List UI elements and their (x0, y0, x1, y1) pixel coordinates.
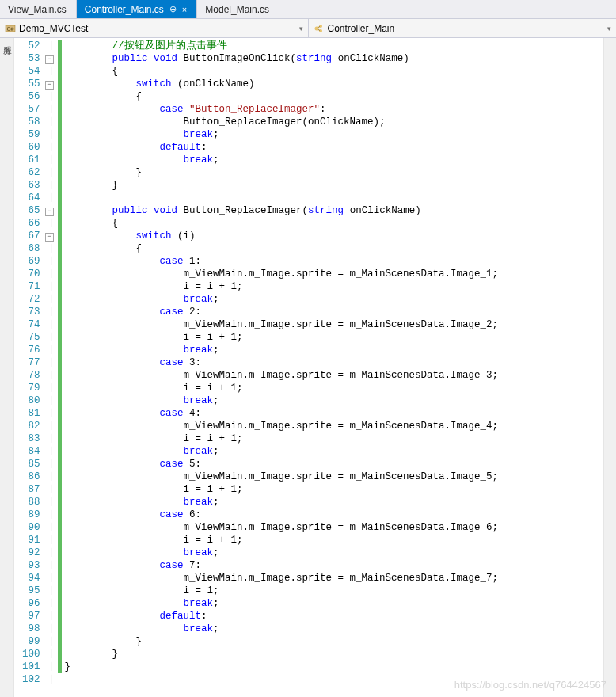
code-line[interactable]: i = i + 1; (65, 534, 603, 547)
code-line[interactable]: public void Button_ReplaceImager(string … (65, 204, 603, 217)
code-line[interactable]: break; (65, 293, 603, 306)
code-line[interactable]: break; (65, 496, 603, 508)
code-line[interactable] (65, 192, 603, 204)
fold-cell: │ (45, 559, 58, 572)
navigation-bar: C# Demo_MVCTest ▾ Controller_Main ▾ (0, 19, 616, 38)
vertical-scrollbar[interactable] (603, 38, 616, 697)
fold-cell: │ (45, 483, 58, 496)
code-line[interactable]: { (65, 242, 603, 255)
file-tab[interactable]: Model_Main.cs (197, 0, 279, 18)
code-line[interactable]: break; (65, 394, 603, 407)
code-line[interactable]: { (65, 65, 603, 78)
line-number: 62 (22, 166, 40, 179)
code-line[interactable]: break; (65, 597, 603, 610)
code-line[interactable]: case 6: (65, 508, 603, 521)
code-line[interactable]: break; (65, 154, 603, 166)
code-line[interactable]: { (65, 90, 603, 103)
fold-cell: │ (45, 458, 58, 470)
line-number: 63 (22, 179, 40, 192)
fold-toggle-icon[interactable]: − (45, 81, 54, 90)
code-line[interactable]: default: (65, 610, 603, 623)
code-line[interactable]: case 1: (65, 255, 603, 268)
code-line[interactable]: break; (65, 445, 603, 458)
code-line[interactable]: Button_ReplaceImager(onClickName); (65, 116, 603, 128)
line-number: 93 (22, 559, 40, 572)
line-number: 70 (22, 268, 40, 280)
code-line[interactable]: m_ViewMain.m_Image.sprite = m_MainScenes… (65, 521, 603, 534)
code-line[interactable]: case 5: (65, 458, 603, 470)
code-line[interactable]: case 2: (65, 306, 603, 318)
code-line[interactable]: m_ViewMain.m_Image.sprite = m_MainScenes… (65, 318, 603, 331)
line-number: 66 (22, 217, 40, 230)
code-line[interactable]: } (65, 635, 603, 648)
code-line[interactable]: i = i + 1; (65, 432, 603, 445)
code-line[interactable]: i = i + 1; (65, 331, 603, 344)
code-content[interactable]: //按钮及图片的点击事件 public void ButtonImageOnCl… (62, 38, 603, 697)
fold-toggle-icon[interactable]: − (45, 233, 54, 242)
file-tab[interactable]: View_Main.cs (0, 0, 77, 18)
code-line[interactable]: m_ViewMain.m_Image.sprite = m_MainScenes… (65, 572, 603, 585)
code-line[interactable]: i = i + 1; (65, 483, 603, 496)
pushpin-icon[interactable]: ⊕ (169, 4, 177, 14)
code-line[interactable]: switch (i) (65, 230, 603, 242)
code-line[interactable]: //按钮及图片的点击事件 (65, 40, 603, 52)
line-number: 100 (22, 648, 40, 661)
code-line[interactable]: public void ButtonImageOnClick(string on… (65, 52, 603, 65)
code-line[interactable]: i = i + 1; (65, 382, 603, 394)
code-line[interactable]: m_ViewMain.m_Image.sprite = m_MainScenes… (65, 268, 603, 280)
fold-toggle-icon[interactable]: − (45, 55, 54, 64)
line-number: 86 (22, 470, 40, 483)
member-dropdown[interactable]: Controller_Main ▾ (309, 19, 617, 37)
line-number-gutter: 5253545556575859606162636465666768697071… (14, 38, 45, 697)
code-line[interactable]: } (65, 648, 603, 661)
fold-cell: │ (45, 356, 58, 369)
code-line[interactable]: case 4: (65, 407, 603, 420)
line-number: 97 (22, 610, 40, 623)
line-number: 71 (22, 280, 40, 293)
code-line[interactable]: i = i + 1; (65, 280, 603, 293)
code-line[interactable]: } (65, 166, 603, 179)
line-number: 67 (22, 230, 40, 242)
code-line[interactable]: i = 1; (65, 585, 603, 597)
code-line[interactable]: m_ViewMain.m_Image.sprite = m_MainScenes… (65, 470, 603, 483)
code-line[interactable]: m_ViewMain.m_Image.sprite = m_MainScenes… (65, 369, 603, 382)
line-number: 55 (22, 78, 40, 90)
line-number: 56 (22, 90, 40, 103)
code-line[interactable]: case "Button_ReplaceImager": (65, 103, 603, 116)
line-number: 69 (22, 255, 40, 268)
editor-area: 服务 5253545556575859606162636465666768697… (0, 38, 616, 697)
line-number: 91 (22, 534, 40, 547)
fold-cell: │ (45, 90, 58, 103)
code-line[interactable] (65, 673, 603, 686)
class-icon (314, 23, 325, 34)
code-line[interactable]: default: (65, 141, 603, 154)
code-line[interactable]: case 7: (65, 559, 603, 572)
line-number: 101 (22, 661, 40, 673)
fold-gutter[interactable]: │−│−│││││││││−│−││││││││││││││││││││││││… (45, 38, 58, 697)
code-line[interactable]: break; (65, 344, 603, 356)
fold-cell: │ (45, 572, 58, 585)
code-line[interactable]: m_ViewMain.m_Image.sprite = m_MainScenes… (65, 420, 603, 432)
code-line[interactable]: } (65, 179, 603, 192)
code-line[interactable]: } (65, 661, 603, 673)
chevron-down-icon: ▾ (299, 25, 303, 32)
code-line[interactable]: case 3: (65, 356, 603, 369)
project-dropdown[interactable]: C# Demo_MVCTest ▾ (0, 19, 309, 37)
line-number: 73 (22, 306, 40, 318)
line-number: 85 (22, 458, 40, 470)
code-line[interactable]: break; (65, 623, 603, 635)
code-line[interactable]: break; (65, 128, 603, 141)
code-line[interactable]: switch (onClickName) (65, 78, 603, 90)
code-line[interactable]: break; (65, 547, 603, 559)
file-tab[interactable]: Controller_Main.cs⊕× (77, 0, 197, 18)
fold-cell: │ (45, 103, 58, 116)
line-number: 57 (22, 103, 40, 116)
chevron-down-icon: ▾ (607, 25, 611, 32)
side-toolbox-label[interactable]: 服务 (0, 38, 14, 697)
fold-cell: │ (45, 280, 58, 293)
fold-toggle-icon[interactable]: − (45, 208, 54, 216)
line-number: 76 (22, 344, 40, 356)
code-line[interactable]: { (65, 217, 603, 230)
line-number: 89 (22, 508, 40, 521)
close-icon[interactable]: × (182, 5, 187, 14)
